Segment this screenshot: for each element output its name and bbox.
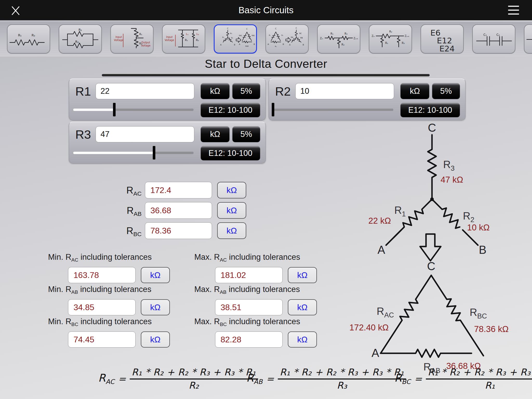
max-rac-unit-button[interactable]: kΩ <box>288 267 317 283</box>
delta-to-star-icon: C R₁ R₃ R₂ A B C RC RA RB A B <box>266 25 308 53</box>
svg-text:R₂: R₂ <box>75 40 79 44</box>
r1-tolerance-button[interactable]: 5% <box>232 83 260 99</box>
r3-slider-thumb[interactable] <box>153 146 155 159</box>
svg-text:R₁: R₁ <box>330 32 334 35</box>
min-rab-unit-button[interactable]: kΩ <box>141 299 170 315</box>
tab-parallel-resistors[interactable]: R₁ R₂ <box>59 24 102 54</box>
star-r1-value: 22 kΩ <box>368 216 391 225</box>
svg-text:RAB: RAB <box>245 45 248 47</box>
series-resistors-icon: R₁ R₂ <box>8 25 50 53</box>
r1-panel: R1 kΩ 5% E12: 10-100 <box>69 78 266 120</box>
tab-t-attenuator[interactable]: Zᵢₙ R₁ R₃ Zₒᵤₜ R₂ <box>317 24 360 54</box>
svg-text:Input: Input <box>166 36 173 38</box>
star-diagram: C R3 47 kΩ R1 22 kΩ R2 10 kΩ A B <box>361 118 512 266</box>
svg-text:R₂: R₂ <box>31 33 35 37</box>
r2-range-button[interactable]: E12: 10-100 <box>400 103 460 117</box>
max-rbc-value-field[interactable] <box>215 331 283 348</box>
voltage-divider-icon: Input Voltage R₁ Output Voltage R₂ <box>111 25 153 53</box>
title-underline <box>102 74 430 76</box>
min-rac-unit-button[interactable]: kΩ <box>141 267 170 283</box>
svg-text:R₃: R₃ <box>281 34 283 36</box>
hamburger-menu-button[interactable] <box>508 5 519 16</box>
svg-text:B: B <box>303 44 304 46</box>
tab-e-series[interactable]: E6 E12 E24 <box>421 24 464 54</box>
r3-tolerance-button[interactable]: 5% <box>232 126 260 142</box>
r2-tolerance-button[interactable]: 5% <box>432 83 460 99</box>
hamburger-menu-icon <box>508 6 519 7</box>
svg-text:C₂: C₂ <box>496 33 500 37</box>
max-rab-value-field[interactable] <box>215 299 283 315</box>
r2-unit-button[interactable]: kΩ <box>400 83 429 99</box>
svg-text:C: C <box>275 28 276 30</box>
r1-unit-button[interactable]: kΩ <box>201 83 230 99</box>
r2-value-input[interactable] <box>295 83 394 99</box>
svg-text:R₁: R₁ <box>185 38 188 42</box>
r2-panel: R2 kΩ 5% E12: 10-100 <box>269 78 466 120</box>
tab-partial[interactable] <box>524 24 532 54</box>
app-title: Basic Circuits <box>0 0 532 20</box>
tab-delta-to-star[interactable]: C R₁ R₃ R₂ A B C RC RA RB A B <box>265 24 309 54</box>
tab-series-resistors[interactable]: R₁ R₂ <box>7 24 50 54</box>
r3-slider[interactable] <box>73 145 194 160</box>
svg-text:Voltage: Voltage <box>141 44 150 47</box>
tab-star-to-delta[interactable]: C R₃ R₁ R₂ A B C RAC RBC RAB A B <box>214 24 257 54</box>
svg-text:Iᵣ₂: Iᵣ₂ <box>196 32 199 36</box>
max-rac-value-field[interactable] <box>215 267 283 283</box>
min-rbc-value-field[interactable] <box>68 331 136 348</box>
svg-text:RC: RC <box>299 32 302 35</box>
r1-value-input[interactable] <box>96 83 194 99</box>
min-rab-tolerance-label: Min. RAB including tolerances <box>48 285 151 295</box>
svg-text:Output: Output <box>141 41 150 44</box>
r1-slider-thumb[interactable] <box>113 103 116 116</box>
delta-rbc-value: 78.36 kΩ <box>474 324 509 334</box>
star-r2-value: 10 kΩ <box>467 223 490 232</box>
rab-unit-button[interactable]: kΩ <box>217 202 246 219</box>
max-rbc-unit-button[interactable]: kΩ <box>288 331 317 348</box>
rac-unit-button[interactable]: kΩ <box>217 182 246 198</box>
delta-rac-value: 172.40 kΩ <box>349 323 389 332</box>
min-rac-value-field[interactable] <box>68 267 136 283</box>
svg-text:R₂: R₂ <box>389 30 392 33</box>
svg-text:Zᵢₙ: Zᵢₙ <box>372 35 375 37</box>
rab-value-field[interactable] <box>145 202 212 219</box>
r3-label: R3 <box>75 127 91 142</box>
current-divider-icon: Input Voltage Iᵣ₁ Iᵣ₂ R₁ R₂ <box>163 25 205 53</box>
r3-range-button[interactable]: E12: 10-100 <box>201 146 260 161</box>
tab-capacitors-series[interactable]: C₁ C₂ <box>472 24 515 54</box>
svg-text:R₁: R₁ <box>18 33 22 37</box>
r1-label: R1 <box>75 84 91 98</box>
formula-rab: RAB = R₁ * R₂ + R₂ * R₃ + R₃ * R₁ R₃ <box>246 367 406 391</box>
max-rbc-tolerance-label: Max. RBC including tolerances <box>194 317 300 327</box>
capacitors-series-icon: C₁ C₂ <box>473 25 515 53</box>
r3-value-input[interactable] <box>96 126 194 142</box>
r1-range-button[interactable]: E12: 10-100 <box>201 103 260 117</box>
svg-text:R₂: R₂ <box>196 38 199 42</box>
tab-current-divider[interactable]: Input Voltage Iᵣ₁ Iᵣ₂ R₁ R₂ <box>162 24 205 54</box>
min-rab-value-field[interactable] <box>68 299 136 315</box>
rab-label: RAB <box>113 205 142 217</box>
svg-text:R₁: R₁ <box>222 36 224 38</box>
r1-slider[interactable] <box>73 102 194 117</box>
max-rab-unit-button[interactable]: kΩ <box>288 299 317 315</box>
rac-value-field[interactable] <box>145 182 212 198</box>
down-arrow-icon <box>420 234 441 261</box>
delta-diagram: C RAC 172.40 kΩ RBC 78.36 kΩ A RAB 36.68… <box>345 257 527 377</box>
r3-unit-button[interactable]: kΩ <box>201 126 230 142</box>
svg-text:Zᵢₙ: Zᵢₙ <box>320 37 323 40</box>
svg-text:A: A <box>268 43 269 45</box>
tab-pi-attenuator[interactable]: Zᵢₙ R₂ Zₒᵤₜ R₁ R₃ <box>369 24 412 54</box>
r2-slider[interactable] <box>273 102 393 117</box>
rbc-unit-button[interactable]: kΩ <box>217 222 246 239</box>
svg-text:R₂: R₂ <box>231 37 233 39</box>
min-rbc-unit-button[interactable]: kΩ <box>141 331 170 348</box>
svg-text:RB: RB <box>300 37 303 39</box>
svg-text:R₁: R₁ <box>269 34 271 36</box>
r2-slider-thumb[interactable] <box>272 103 274 116</box>
max-rac-tolerance-label: Max. RAC including tolerances <box>194 252 300 263</box>
svg-text:Voltage: Voltage <box>165 39 174 42</box>
formula-rac: RAC = R₁ * R₂ + R₂ * R₃ + R₃ * R₁ R₂ <box>98 367 258 391</box>
page-title: Star to Delta Converter <box>0 57 532 71</box>
rbc-value-field[interactable] <box>145 222 212 239</box>
tab-voltage-divider[interactable]: Input Voltage R₁ Output Voltage R₂ <box>110 24 154 54</box>
svg-text:R₁: R₁ <box>139 32 142 36</box>
